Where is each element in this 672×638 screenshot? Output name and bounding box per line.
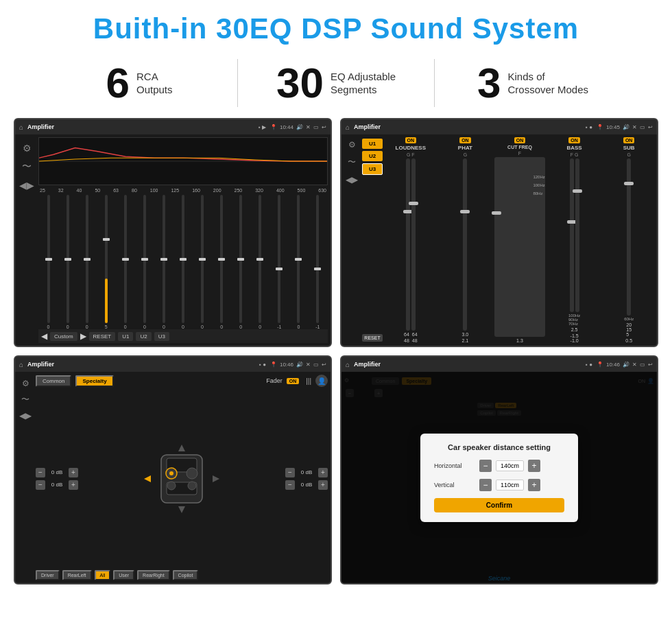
horizontal-plus-button[interactable]: +	[528, 460, 540, 472]
db-plus-br[interactable]: +	[318, 480, 328, 490]
eq-slider-7[interactable]: 0	[174, 195, 191, 329]
loudness-on-badge[interactable]: ON	[405, 137, 417, 143]
eq-slider-6[interactable]: 0	[155, 195, 172, 329]
eq-sliders: 0 0 0 5 0	[38, 195, 328, 329]
window-icon-3: ▭	[313, 362, 319, 368]
loudness-slider-1[interactable]	[406, 158, 410, 331]
u2-selector[interactable]: U2	[362, 151, 383, 161]
pin-icon: 📍	[270, 124, 277, 130]
all-button[interactable]: All	[95, 570, 111, 580]
eq-slider-4[interactable]: 0	[117, 195, 134, 329]
dialog-horizontal-row: Horizontal − 140cm +	[434, 460, 564, 472]
tab-specialty[interactable]: Specialty	[75, 375, 113, 387]
loudness-slider-2[interactable]	[411, 158, 416, 331]
u3-selector[interactable]: U3	[362, 163, 383, 175]
wave-icon-2[interactable]: 〜	[348, 156, 356, 168]
speaker-icon-3[interactable]: ◀▶	[346, 175, 358, 185]
wave-icon[interactable]: 〜	[22, 161, 32, 173]
phat-slider[interactable]	[463, 158, 467, 331]
home-icon-3[interactable]: ⌂	[19, 361, 23, 368]
db-plus-tr[interactable]: +	[318, 468, 328, 477]
eq-slider-2[interactable]: 0	[78, 195, 95, 329]
settings-icon-3[interactable]: ⚙	[22, 379, 29, 388]
phat-on-badge[interactable]: ON	[459, 137, 471, 143]
screen-eq-header: ⌂ Amplifier ▪ ▶ 📍 10:44 🔊 ✕ ▭ ↩	[15, 119, 331, 134]
amp-channel-phat: ON PHAT G 3.0 2.1	[440, 137, 491, 343]
eq-slider-0[interactable]: 0	[40, 195, 57, 329]
rearright-button[interactable]: RearRight	[137, 570, 170, 580]
wave-icon-3[interactable]: 〜	[21, 394, 29, 405]
stats-row: 6 RCAOutputs 30 EQ AdjustableSegments 3 …	[0, 52, 672, 118]
fader-right-side: − 0 dB + − 0 dB +	[285, 390, 328, 567]
eq-slider-13[interactable]: 0	[290, 195, 307, 329]
db-control-bl: − 0 dB +	[36, 480, 78, 490]
db-minus-tr[interactable]: −	[285, 468, 295, 477]
db-minus-br[interactable]: −	[285, 480, 295, 490]
fader-toggle-icon[interactable]: |||	[306, 377, 311, 385]
eq-slider-3[interactable]: 5	[97, 195, 115, 329]
db-value-br: 0 dB	[297, 482, 316, 488]
eq-slider-14[interactable]: -1	[309, 195, 326, 329]
confirm-button[interactable]: Confirm	[434, 498, 564, 512]
amp-reset-btn[interactable]: RESET	[362, 334, 383, 342]
reset-button[interactable]: RESET	[89, 332, 116, 341]
u2-button[interactable]: U2	[136, 332, 151, 341]
eq-bottom-bar: ◀ Custom ▶ RESET U1 U2 U3	[38, 329, 328, 343]
copilot-button[interactable]: Copilot	[173, 570, 199, 580]
home-icon-4[interactable]: ⌂	[346, 361, 350, 368]
stat-crossover-text: Kinds ofCrossover Modes	[507, 70, 588, 97]
eq-slider-9[interactable]: 0	[213, 195, 230, 329]
next-icon[interactable]: ▶	[80, 331, 86, 341]
stat-eq: 30 EQ AdjustableSegments	[238, 62, 434, 104]
main-title: Buith-in 30EQ DSP Sound System	[0, 0, 672, 52]
fader-on-badge[interactable]: ON	[287, 378, 300, 384]
db-plus-bl[interactable]: +	[69, 480, 78, 490]
fader-profile-icon[interactable]: 👤	[315, 375, 328, 387]
db-minus-bl[interactable]: −	[36, 480, 45, 490]
stat-rca-text: RCAOutputs	[136, 70, 173, 97]
cutfreq-on-badge[interactable]: ON	[514, 137, 526, 143]
speaker-eq-icon[interactable]: ◀▶	[19, 180, 34, 191]
sub-on-badge[interactable]: ON	[623, 137, 635, 143]
amp-channels: ON LOUDNESS G F 64 64 48 48	[385, 137, 654, 343]
driver-button[interactable]: Driver	[36, 570, 60, 580]
horizontal-minus-button[interactable]: −	[479, 460, 492, 472]
user-button[interactable]: User	[113, 570, 134, 580]
home-icon[interactable]: ⌂	[19, 123, 23, 131]
sub-slider[interactable]	[627, 158, 631, 316]
screen-dialog-status: 📍 10:46 🔊 ✕ ▭ ↩	[597, 362, 653, 368]
eq-slider-12[interactable]: -1	[271, 195, 288, 329]
tab-common[interactable]: Common	[36, 375, 71, 387]
back-icon: ↩	[322, 124, 326, 130]
bass-slider-2[interactable]	[575, 158, 579, 312]
eq-slider-5[interactable]: 0	[136, 195, 153, 329]
amp-channel-bass: ON BASS F G 100Hz90Hz70Hz 2.5 -1.5-1.0	[549, 137, 600, 343]
eq-slider-11[interactable]: 0	[252, 195, 269, 329]
u3-button[interactable]: U3	[154, 332, 169, 341]
rearleft-button[interactable]: RearLeft	[62, 570, 92, 580]
media-icon-2: ▪ ●	[586, 124, 592, 130]
media-icon: ▪ ▶	[259, 124, 266, 130]
settings-icon-2[interactable]: ⚙	[348, 140, 356, 150]
screen-dialog-header: ⌂ Amplifier ▪ ● 📍 10:46 🔊 ✕ ▭ ↩	[341, 357, 657, 372]
eq-slider-8[interactable]: 0	[194, 195, 211, 329]
vertical-plus-button[interactable]: +	[528, 479, 540, 491]
prev-icon[interactable]: ◀	[41, 331, 47, 341]
vertical-minus-button[interactable]: −	[479, 479, 492, 491]
db-plus-tl[interactable]: +	[69, 468, 78, 477]
vertical-value: 110cm	[496, 480, 524, 491]
home-icon-2[interactable]: ⌂	[346, 123, 350, 131]
eq-slider-10[interactable]: 0	[232, 195, 250, 329]
settings-icon[interactable]: ⚙	[23, 143, 32, 154]
u1-button[interactable]: U1	[118, 332, 133, 341]
screen-amp: ⌂ Amplifier ▪ ● 📍 10:45 🔊 ✕ ▭ ↩ ⚙ 〜 ◀▶ U…	[340, 118, 658, 347]
amp-channel-loudness: ON LOUDNESS G F 64 64 48 48	[385, 137, 436, 343]
loudness-label: LOUDNESS	[396, 145, 426, 151]
custom-button[interactable]: Custom	[50, 332, 77, 341]
speaker-icon-5[interactable]: ◀▶	[19, 411, 32, 421]
eq-slider-1[interactable]: 0	[59, 195, 76, 329]
u1-selector[interactable]: U1	[362, 139, 383, 149]
bass-on-badge[interactable]: ON	[568, 137, 580, 143]
bass-slider-1[interactable]	[570, 158, 574, 312]
db-minus-tl[interactable]: −	[36, 468, 45, 477]
